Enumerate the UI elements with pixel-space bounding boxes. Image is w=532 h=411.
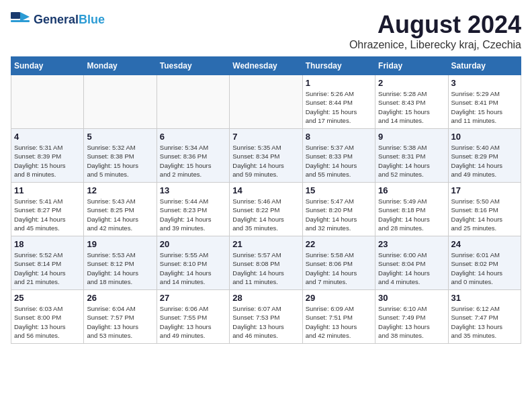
calendar-cell: 13Sunrise: 5:44 AM Sunset: 8:23 PM Dayli… bbox=[157, 183, 229, 236]
calendar-cell: 2Sunrise: 5:28 AM Sunset: 8:43 PM Daylig… bbox=[375, 75, 448, 129]
calendar-cell: 22Sunrise: 5:58 AM Sunset: 8:06 PM Dayli… bbox=[302, 236, 375, 290]
calendar-cell: 27Sunrise: 6:06 AM Sunset: 7:55 PM Dayli… bbox=[157, 290, 229, 344]
day-number: 4 bbox=[14, 132, 81, 142]
calendar-cell: 29Sunrise: 6:09 AM Sunset: 7:51 PM Dayli… bbox=[302, 290, 375, 344]
day-number: 26 bbox=[87, 293, 153, 303]
day-info: Sunrise: 5:31 AM Sunset: 8:39 PM Dayligh… bbox=[14, 143, 81, 179]
day-number: 9 bbox=[378, 132, 445, 142]
day-number: 2 bbox=[378, 78, 445, 88]
calendar-cell: 7Sunrise: 5:35 AM Sunset: 8:34 PM Daylig… bbox=[230, 129, 302, 183]
day-info: Sunrise: 5:40 AM Sunset: 8:29 PM Dayligh… bbox=[451, 143, 518, 179]
day-info: Sunrise: 6:01 AM Sunset: 8:02 PM Dayligh… bbox=[451, 250, 518, 286]
weekday-header-wednesday: Wednesday bbox=[230, 57, 302, 75]
logo-blue-text: Blue bbox=[79, 13, 105, 26]
calendar-cell: 19Sunrise: 5:53 AM Sunset: 8:12 PM Dayli… bbox=[84, 236, 157, 290]
calendar-cell: 23Sunrise: 6:00 AM Sunset: 8:04 PM Dayli… bbox=[375, 236, 448, 290]
day-number: 21 bbox=[232, 239, 299, 249]
day-info: Sunrise: 5:55 AM Sunset: 8:10 PM Dayligh… bbox=[160, 250, 226, 286]
svg-marker-1 bbox=[20, 12, 30, 21]
calendar-cell: 3Sunrise: 5:29 AM Sunset: 8:41 PM Daylig… bbox=[448, 75, 521, 129]
day-number: 14 bbox=[232, 185, 299, 195]
weekday-header-saturday: Saturday bbox=[448, 57, 521, 75]
day-info: Sunrise: 6:12 AM Sunset: 7:47 PM Dayligh… bbox=[451, 304, 518, 340]
day-info: Sunrise: 5:37 AM Sunset: 8:33 PM Dayligh… bbox=[306, 143, 372, 179]
calendar-cell: 24Sunrise: 6:01 AM Sunset: 8:02 PM Dayli… bbox=[448, 236, 521, 290]
calendar-cell: 8Sunrise: 5:37 AM Sunset: 8:33 PM Daylig… bbox=[302, 129, 375, 183]
calendar-cell: 28Sunrise: 6:07 AM Sunset: 7:53 PM Dayli… bbox=[230, 290, 302, 344]
weekday-header-sunday: Sunday bbox=[11, 57, 84, 75]
calendar-cell: 14Sunrise: 5:46 AM Sunset: 8:22 PM Dayli… bbox=[230, 183, 302, 236]
title-section: August 2024 Ohrazenice, Liberecky kraj, … bbox=[349, 11, 521, 51]
calendar-cell: 16Sunrise: 5:49 AM Sunset: 8:18 PM Dayli… bbox=[375, 183, 448, 236]
day-info: Sunrise: 5:34 AM Sunset: 8:36 PM Dayligh… bbox=[160, 143, 226, 179]
calendar-table: SundayMondayTuesdayWednesdayThursdayFrid… bbox=[11, 56, 521, 344]
day-info: Sunrise: 6:10 AM Sunset: 7:49 PM Dayligh… bbox=[378, 304, 445, 340]
day-number: 3 bbox=[451, 78, 518, 88]
day-number: 31 bbox=[451, 293, 518, 303]
day-number: 22 bbox=[306, 239, 372, 249]
day-info: Sunrise: 5:46 AM Sunset: 8:22 PM Dayligh… bbox=[232, 197, 299, 232]
calendar-cell: 21Sunrise: 5:57 AM Sunset: 8:08 PM Dayli… bbox=[230, 236, 302, 290]
day-number: 12 bbox=[87, 185, 153, 195]
day-info: Sunrise: 5:44 AM Sunset: 8:23 PM Dayligh… bbox=[160, 197, 226, 232]
day-info: Sunrise: 6:09 AM Sunset: 7:51 PM Dayligh… bbox=[306, 304, 372, 340]
day-number: 1 bbox=[306, 78, 372, 88]
day-info: Sunrise: 5:29 AM Sunset: 8:41 PM Dayligh… bbox=[451, 89, 518, 125]
weekday-header-monday: Monday bbox=[84, 57, 157, 75]
day-number: 6 bbox=[160, 132, 226, 142]
weekday-header-row: SundayMondayTuesdayWednesdayThursdayFrid… bbox=[11, 57, 521, 75]
day-number: 29 bbox=[306, 293, 372, 303]
day-number: 10 bbox=[451, 132, 518, 142]
day-number: 30 bbox=[378, 293, 445, 303]
calendar-cell: 5Sunrise: 5:32 AM Sunset: 8:38 PM Daylig… bbox=[84, 129, 157, 183]
day-info: Sunrise: 5:38 AM Sunset: 8:31 PM Dayligh… bbox=[378, 143, 445, 179]
day-info: Sunrise: 5:43 AM Sunset: 8:25 PM Dayligh… bbox=[87, 197, 153, 232]
day-info: Sunrise: 5:26 AM Sunset: 8:44 PM Dayligh… bbox=[306, 89, 372, 125]
calendar-week-1: 1Sunrise: 5:26 AM Sunset: 8:44 PM Daylig… bbox=[11, 75, 521, 129]
day-number: 15 bbox=[306, 185, 372, 195]
calendar-cell bbox=[230, 75, 302, 129]
day-number: 24 bbox=[451, 239, 518, 249]
calendar-cell: 6Sunrise: 5:34 AM Sunset: 8:36 PM Daylig… bbox=[157, 129, 229, 183]
day-number: 18 bbox=[14, 239, 81, 249]
day-number: 28 bbox=[232, 293, 299, 303]
weekday-header-friday: Friday bbox=[375, 57, 448, 75]
day-number: 13 bbox=[160, 185, 226, 195]
weekday-header-thursday: Thursday bbox=[302, 57, 375, 75]
day-info: Sunrise: 6:00 AM Sunset: 8:04 PM Dayligh… bbox=[378, 250, 445, 286]
svg-rect-2 bbox=[11, 20, 30, 22]
calendar-cell: 26Sunrise: 6:04 AM Sunset: 7:57 PM Dayli… bbox=[84, 290, 157, 344]
calendar-week-5: 25Sunrise: 6:03 AM Sunset: 8:00 PM Dayli… bbox=[11, 290, 521, 344]
day-info: Sunrise: 5:32 AM Sunset: 8:38 PM Dayligh… bbox=[87, 143, 153, 179]
day-info: Sunrise: 5:28 AM Sunset: 8:43 PM Dayligh… bbox=[378, 89, 445, 125]
day-number: 27 bbox=[160, 293, 226, 303]
day-number: 5 bbox=[87, 132, 153, 142]
month-year: August 2024 bbox=[349, 11, 521, 39]
calendar-cell: 31Sunrise: 6:12 AM Sunset: 7:47 PM Dayli… bbox=[448, 290, 521, 344]
calendar-week-3: 11Sunrise: 5:41 AM Sunset: 8:27 PM Dayli… bbox=[11, 183, 521, 236]
calendar-cell: 30Sunrise: 6:10 AM Sunset: 7:49 PM Dayli… bbox=[375, 290, 448, 344]
page-header: GeneralBlue August 2024 Ohrazenice, Libe… bbox=[11, 11, 521, 51]
day-number: 17 bbox=[451, 185, 518, 195]
calendar-cell: 1Sunrise: 5:26 AM Sunset: 8:44 PM Daylig… bbox=[302, 75, 375, 129]
calendar-cell bbox=[11, 75, 84, 129]
day-info: Sunrise: 5:49 AM Sunset: 8:18 PM Dayligh… bbox=[378, 197, 445, 232]
day-number: 25 bbox=[14, 293, 81, 303]
calendar-cell: 25Sunrise: 6:03 AM Sunset: 8:00 PM Dayli… bbox=[11, 290, 84, 344]
calendar-cell: 10Sunrise: 5:40 AM Sunset: 8:29 PM Dayli… bbox=[448, 129, 521, 183]
calendar-cell: 20Sunrise: 5:55 AM Sunset: 8:10 PM Dayli… bbox=[157, 236, 229, 290]
weekday-header-tuesday: Tuesday bbox=[157, 57, 229, 75]
day-number: 19 bbox=[87, 239, 153, 249]
calendar-cell: 9Sunrise: 5:38 AM Sunset: 8:31 PM Daylig… bbox=[375, 129, 448, 183]
day-number: 23 bbox=[378, 239, 445, 249]
day-info: Sunrise: 6:03 AM Sunset: 8:00 PM Dayligh… bbox=[14, 304, 81, 340]
svg-rect-0 bbox=[11, 12, 20, 19]
day-number: 8 bbox=[306, 132, 372, 142]
location: Ohrazenice, Liberecky kraj, Czechia bbox=[349, 39, 521, 51]
logo-general: General bbox=[34, 13, 79, 26]
calendar-cell: 4Sunrise: 5:31 AM Sunset: 8:39 PM Daylig… bbox=[11, 129, 84, 183]
day-info: Sunrise: 5:57 AM Sunset: 8:08 PM Dayligh… bbox=[232, 250, 299, 286]
day-info: Sunrise: 5:41 AM Sunset: 8:27 PM Dayligh… bbox=[14, 197, 81, 232]
logo-icon bbox=[11, 11, 32, 28]
day-number: 7 bbox=[232, 132, 299, 142]
